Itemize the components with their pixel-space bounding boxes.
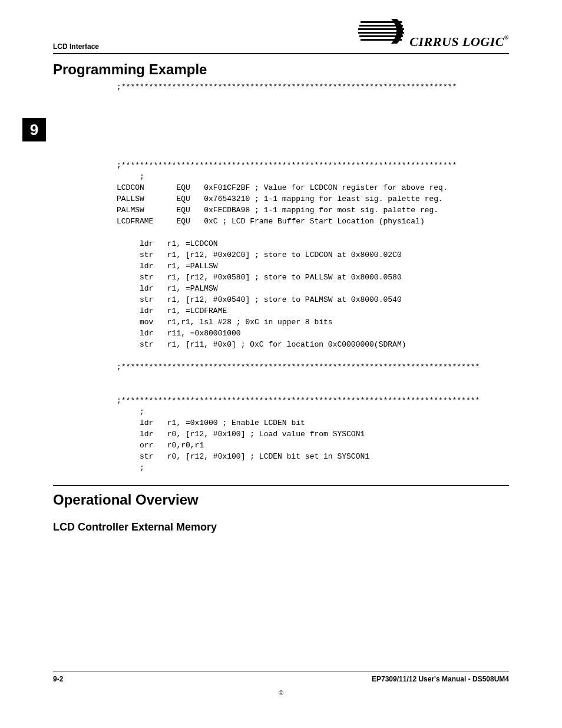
heading-operational-overview: Operational Overview xyxy=(53,492,509,508)
copyright-line: © xyxy=(53,689,509,696)
page-header: LCD Interface CIRRUS LOGIC® xyxy=(53,22,509,54)
section-divider xyxy=(53,485,509,486)
manual-id: EP7309/11/12 User's Manual - DS508UM4 xyxy=(372,675,509,683)
registered-icon: ® xyxy=(504,34,509,41)
logo-text: CIRRUS LOGIC xyxy=(409,34,504,49)
cirrus-logic-logo: CIRRUS LOGIC® xyxy=(356,22,509,51)
header-section-title: LCD Interface xyxy=(53,42,99,51)
page-number: 9-2 xyxy=(53,675,63,683)
chapter-number-tab: 9 xyxy=(22,118,46,141)
heading-programming-example: Programming Example xyxy=(53,61,509,78)
page-footer: 9-2 EP7309/11/12 User's Manual - DS508UM… xyxy=(53,671,509,696)
heading-lcd-controller-external-memory: LCD Controller External Memory xyxy=(53,521,509,533)
code-listing: ;***************************************… xyxy=(117,81,509,473)
logo-swoosh-icon xyxy=(356,18,409,47)
